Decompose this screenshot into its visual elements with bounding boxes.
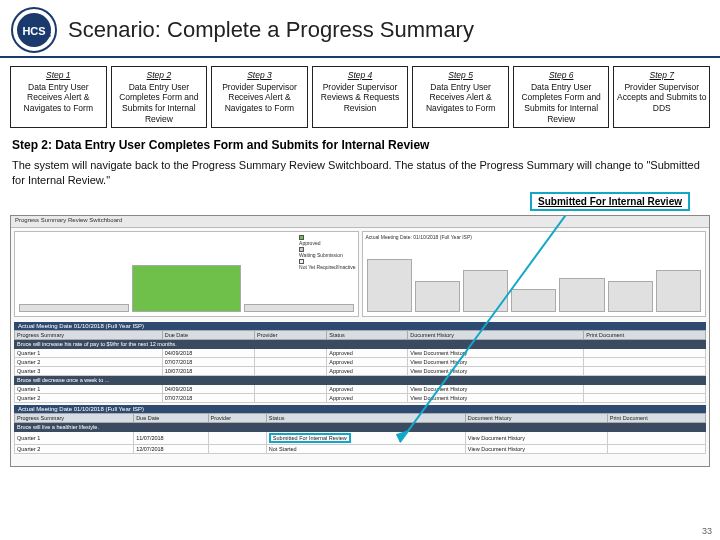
status-highlighted-cell: Submitted For Internal Review bbox=[266, 431, 465, 444]
table-row: Quarter 2 07/07/2018 Approved View Docum… bbox=[15, 357, 706, 366]
step-7: Step 7 Provider Supervisor Accepts and S… bbox=[613, 66, 710, 128]
bar bbox=[608, 281, 653, 311]
bar bbox=[559, 278, 604, 312]
step-4: Step 4 Provider Supervisor Reviews & Req… bbox=[312, 66, 409, 128]
meeting-band-2: Actual Meeting Date 01/10/2018 (Full Yea… bbox=[14, 405, 706, 413]
table-row: Quarter 2 07/07/2018 Approved View Docum… bbox=[15, 393, 706, 402]
col-doc-history: Document History bbox=[408, 330, 584, 339]
col-due-date: Due Date bbox=[162, 330, 254, 339]
col-provider: Provider bbox=[254, 330, 326, 339]
step-1: Step 1 Data Entry User Receives Alert & … bbox=[10, 66, 107, 128]
step-6-desc: Data Entry User Completes Form and Submi… bbox=[521, 82, 600, 124]
bar bbox=[463, 270, 508, 312]
step-1-desc: Data Entry User Receives Alert & Navigat… bbox=[24, 82, 93, 113]
step-2-desc: Data Entry User Completes Form and Submi… bbox=[119, 82, 198, 124]
step-5-desc: Data Entry User Receives Alert & Navigat… bbox=[426, 82, 495, 113]
page-title: Scenario: Complete a Progress Summary bbox=[68, 17, 474, 43]
meeting-band-1: Actual Meeting Date 01/10/2018 (Full Yea… bbox=[14, 322, 706, 330]
step-4-desc: Provider Supervisor Reviews & Requests R… bbox=[321, 82, 399, 113]
svg-text:HCS: HCS bbox=[22, 25, 45, 37]
step-6: Step 6 Data Entry User Completes Form an… bbox=[513, 66, 610, 128]
bar bbox=[656, 270, 701, 312]
bar bbox=[367, 259, 412, 312]
bar bbox=[511, 289, 556, 312]
step-3-title: Step 3 bbox=[214, 70, 305, 81]
hcsis-logo: HCS is bbox=[10, 6, 58, 54]
chart-panel-left: Approved Waiting Submission Not Yet Requ… bbox=[14, 231, 359, 317]
switchboard-screenshot: Progress Summary Review Switchboard Appr… bbox=[10, 215, 710, 467]
steps-row: Step 1 Data Entry User Receives Alert & … bbox=[0, 58, 720, 134]
table-row: Quarter 3 10/07/2018 Approved View Docum… bbox=[15, 366, 706, 375]
page-number: 33 bbox=[702, 526, 712, 536]
bar bbox=[244, 304, 354, 312]
table-row: Quarter 2 12/07/2018 Not Started View Do… bbox=[15, 444, 706, 453]
table-header-row: Progress Summary Due Date Provider Statu… bbox=[15, 413, 706, 422]
step-3: Step 3 Provider Supervisor Receives Aler… bbox=[211, 66, 308, 128]
bar-green bbox=[132, 265, 242, 312]
progress-table-2: Progress Summary Due Date Provider Statu… bbox=[14, 413, 706, 454]
callout-box: Submitted For Internal Review bbox=[530, 192, 690, 211]
table-row: Quarter 1 04/09/2018 Approved View Docum… bbox=[15, 384, 706, 393]
svg-text:is: is bbox=[45, 29, 52, 39]
col-print: Print Document bbox=[584, 330, 706, 339]
step-7-desc: Provider Supervisor Accepts and Submits … bbox=[617, 82, 706, 113]
col-progress-summary: Progress Summary bbox=[15, 330, 163, 339]
chart-legend: Approved Waiting Submission Not Yet Requ… bbox=[299, 234, 355, 271]
goal-row: Bruce will increase his rate of pay to $… bbox=[15, 339, 706, 348]
goal-row: Bruce will live a healthier lifestyle. bbox=[15, 422, 706, 431]
table-row: Quarter 1 04/09/2018 Approved View Docum… bbox=[15, 348, 706, 357]
step-4-title: Step 4 bbox=[315, 70, 406, 81]
step-5-title: Step 5 bbox=[415, 70, 506, 81]
step-1-title: Step 1 bbox=[13, 70, 104, 81]
step-6-title: Step 6 bbox=[516, 70, 607, 81]
section-heading: Step 2: Data Entry User Completes Form a… bbox=[0, 134, 720, 158]
chart-panels: Approved Waiting Submission Not Yet Requ… bbox=[11, 228, 709, 320]
bar bbox=[415, 281, 460, 311]
chart-panel-right: Actual Meeting Date: 01/10/2018 (Full Ye… bbox=[362, 231, 707, 317]
slide-header: HCS is Scenario: Complete a Progress Sum… bbox=[0, 0, 720, 58]
screenshot-window-title: Progress Summary Review Switchboard bbox=[11, 216, 709, 228]
status-highlight: Submitted For Internal Review bbox=[269, 433, 351, 443]
bar bbox=[19, 304, 129, 312]
step-5: Step 5 Data Entry User Receives Alert & … bbox=[412, 66, 509, 128]
progress-table-1: Progress Summary Due Date Provider Statu… bbox=[14, 330, 706, 403]
col-status: Status bbox=[327, 330, 408, 339]
goal-row: Bruce will decrease once a week to ... bbox=[15, 375, 706, 384]
step-2-title: Step 2 bbox=[114, 70, 205, 81]
body-text: The system will navigate back to the Pro… bbox=[0, 158, 720, 192]
table-row: Quarter 1 11/07/2018 Submitted For Inter… bbox=[15, 431, 706, 444]
step-7-title: Step 7 bbox=[616, 70, 707, 81]
step-3-desc: Provider Supervisor Receives Alert & Nav… bbox=[222, 82, 297, 113]
callout-row: Submitted For Internal Review bbox=[0, 192, 720, 213]
step-2: Step 2 Data Entry User Completes Form an… bbox=[111, 66, 208, 128]
table-header-row: Progress Summary Due Date Provider Statu… bbox=[15, 330, 706, 339]
